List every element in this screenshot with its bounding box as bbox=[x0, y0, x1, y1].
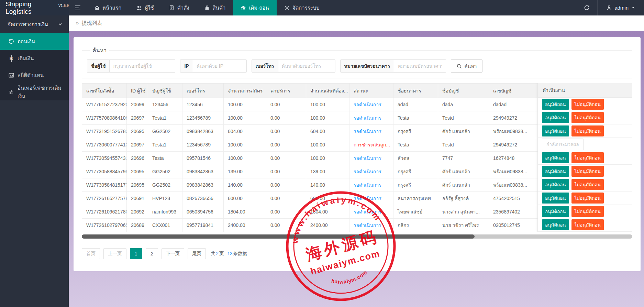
nav-item-document[interactable]: คำสั่ง bbox=[162, 0, 197, 15]
phone-cell: 0983842863 bbox=[182, 178, 224, 192]
nav-item-bank[interactable]: เติม-ถอน bbox=[233, 0, 276, 15]
approve-withdraw-button[interactable]: อนุมัติถอน bbox=[542, 193, 569, 204]
account-no-cell: 16274848 bbox=[489, 152, 535, 165]
refresh-icon[interactable] bbox=[576, 0, 597, 15]
net-amount-cell: 1804.00 bbox=[306, 205, 349, 219]
reject-withdraw-button[interactable]: ไม่อนุมัติถอน bbox=[571, 179, 604, 190]
order-no-cell: W177319515267839 bbox=[82, 125, 127, 138]
status-link[interactable]: รอดำเนินการ bbox=[354, 196, 381, 201]
phone-input[interactable] bbox=[278, 60, 335, 72]
account-no-cell: พร้อมเพ09838... bbox=[489, 178, 535, 192]
table-row: W17726102797065220689CXX0010957719841240… bbox=[82, 219, 604, 232]
baht-icon: B bbox=[8, 55, 14, 61]
content-card: ค้นหา ชื่อผู้ใช้IPเบอร์โทรหมายเลขบัตรธนา… bbox=[74, 37, 641, 271]
sidebar-item-history[interactable]: ถอนเงิน bbox=[0, 33, 69, 50]
reject-withdraw-button[interactable]: ไม่อนุมัติถอน bbox=[571, 193, 604, 204]
horizontal-scrollbar-track[interactable] bbox=[82, 234, 632, 239]
bank-cell: Testa bbox=[393, 111, 438, 125]
reject-withdraw-button[interactable]: ไม่อนุมัติถอน bbox=[571, 166, 604, 177]
status-link[interactable]: รอดำเนินการ bbox=[354, 222, 381, 228]
status-link[interactable]: รอดำเนินการ bbox=[354, 129, 381, 134]
phone-cell: 0983842863 bbox=[182, 125, 224, 138]
nav-item-label: สินค้า bbox=[213, 4, 226, 12]
account-cell: Testa1 bbox=[148, 111, 182, 125]
reject-withdraw-button[interactable]: ไม่อนุมัติถอน bbox=[571, 125, 604, 136]
page-button-1[interactable]: 1 bbox=[130, 248, 142, 259]
status-link[interactable]: การชำระเงินถูก... bbox=[354, 142, 390, 147]
search-form: ชื่อผู้ใช้IPเบอร์โทรหมายเลขบัตรธนาคารค้น… bbox=[87, 59, 627, 73]
nav-item-home[interactable]: หน้าแรก bbox=[87, 0, 129, 15]
reject-withdraw-button[interactable]: ไม่อนุมัติถอน bbox=[571, 152, 604, 163]
home-icon bbox=[94, 5, 100, 11]
column-header: ชื่อบัญชี bbox=[438, 84, 489, 98]
sidebar-item-chart[interactable]: สถิติตัวแทน bbox=[0, 67, 69, 84]
nav-item-label: เติม-ถอน bbox=[249, 4, 269, 12]
approve-withdraw-button[interactable]: อนุมัติถอน bbox=[542, 166, 569, 177]
sidebar-toggle-icon[interactable] bbox=[69, 0, 87, 15]
action-row: อนุมัติถอนไม่อนุมัติถอน bbox=[538, 165, 632, 178]
sidebar-section-finance[interactable]: จัดการทางการเงิน bbox=[0, 15, 69, 33]
brand-title: Shipping Logistics bbox=[5, 0, 57, 15]
phone-cell: 095781546 bbox=[182, 152, 224, 165]
approve-withdraw-button[interactable]: อนุมัติถอน bbox=[542, 112, 569, 123]
amount-cell: 100.00 bbox=[224, 98, 266, 111]
account-cell: GG2502 bbox=[148, 165, 182, 178]
table-row: W17730584815177420695GG25020983842863140… bbox=[82, 178, 604, 192]
nav-item-gears[interactable]: จัดการระบบ bbox=[277, 0, 327, 15]
bank-cell: ไทยพาณิชย์ bbox=[393, 205, 438, 219]
bank-cell: adad bbox=[393, 98, 438, 111]
nav-item-users[interactable]: ผู้ใช้ bbox=[129, 0, 161, 15]
user-id-cell: 20695 bbox=[127, 178, 148, 192]
column-header: ชื่อธนาคาร bbox=[393, 84, 438, 98]
fee-cell: 0.00 bbox=[266, 125, 306, 138]
page-button-尾页[interactable]: 尾页 bbox=[188, 248, 206, 259]
status-link[interactable]: รอดำเนินการ bbox=[354, 182, 381, 188]
account-name-cell: dada bbox=[438, 98, 489, 111]
nav-item-label: คำสั่ง bbox=[177, 4, 189, 12]
summary-prefix: 共 bbox=[211, 251, 215, 256]
bank-cell: Testa bbox=[393, 138, 438, 152]
table-row: W17730600777413420697Testa1123456789100.… bbox=[82, 138, 604, 152]
status-link[interactable]: รอดำเนินการ bbox=[354, 209, 381, 215]
status-link[interactable]: รอดำเนินการ bbox=[354, 155, 381, 161]
approve-withdraw-button[interactable]: อนุมัติถอน bbox=[542, 152, 569, 163]
ip-input[interactable] bbox=[193, 60, 246, 72]
account-name-cell: Testd bbox=[438, 138, 489, 152]
approve-withdraw-button[interactable]: อนุมัติถอน bbox=[542, 206, 569, 217]
user-id-cell: 20697 bbox=[127, 111, 148, 125]
action-row: อนุมัติถอนไม่อนุมัติถอน bbox=[538, 151, 632, 165]
approve-withdraw-button[interactable]: อนุมัติถอน bbox=[542, 99, 569, 110]
sidebar-item-baht[interactable]: Bเติมเงิน bbox=[0, 50, 69, 67]
sidebar-item-swap[interactable]: อินเทอร์เฟซการเติมเงิน bbox=[0, 84, 69, 100]
search-field-ip: IP bbox=[180, 59, 246, 73]
status-link[interactable]: รอดำเนินการ bbox=[354, 169, 381, 174]
username-input[interactable] bbox=[110, 60, 175, 72]
reject-withdraw-button[interactable]: ไม่อนุมัติถอน bbox=[571, 219, 604, 230]
phone-cell: 123456789 bbox=[182, 138, 224, 152]
action-row: อนุมัติถอนไม่อนุมัติถอน bbox=[538, 205, 632, 218]
fee-cell: 0.00 bbox=[266, 152, 306, 165]
user-menu[interactable]: admin bbox=[597, 0, 644, 15]
status-link[interactable]: รอดำเนินการ bbox=[354, 115, 381, 121]
bank-card-input[interactable] bbox=[394, 60, 446, 72]
nav-item-label: จัดการระบบ bbox=[292, 4, 320, 12]
approve-withdraw-button[interactable]: อนุมัติถอน bbox=[542, 179, 569, 190]
approve-withdraw-button[interactable]: อนุมัติถอน bbox=[542, 219, 569, 230]
summary-count-suffix: 条数据 bbox=[233, 251, 247, 256]
horizontal-scrollbar-thumb[interactable] bbox=[82, 234, 475, 239]
nav-item-bag[interactable]: สินค้า bbox=[197, 0, 233, 15]
withdraw-table-zone: เลขที่ใบสั่งซื้อID ผู้ใช้บัญชีผู้ใช้เบอร… bbox=[82, 83, 632, 232]
approve-withdraw-button[interactable]: อนุมัติถอน bbox=[542, 125, 569, 136]
page-button-下一页[interactable]: 下一页 bbox=[162, 248, 185, 259]
search-legend: ค้นหา bbox=[90, 46, 109, 55]
table-row: W17761527237920720699123456123456100.000… bbox=[82, 98, 604, 111]
top-navbar: Shipping Logistics V1.5.9 หน้าแรกผู้ใช้ค… bbox=[0, 0, 644, 15]
search-button[interactable]: ค้นหา bbox=[451, 59, 482, 73]
reject-withdraw-button[interactable]: ไม่อนุมัติถอน bbox=[571, 206, 604, 217]
pagination: 首页上一页12下一页尾页 共2页13条数据 bbox=[82, 248, 632, 259]
search-field-phone: เบอร์โทร bbox=[252, 59, 335, 73]
reject-withdraw-button[interactable]: ไม่อนุมัติถอน bbox=[571, 99, 604, 110]
status-link[interactable]: รอดำเนินการ bbox=[354, 102, 381, 107]
reject-withdraw-button[interactable]: ไม่อนุมัติถอน bbox=[571, 112, 604, 123]
page-button-2[interactable]: 2 bbox=[146, 248, 158, 259]
